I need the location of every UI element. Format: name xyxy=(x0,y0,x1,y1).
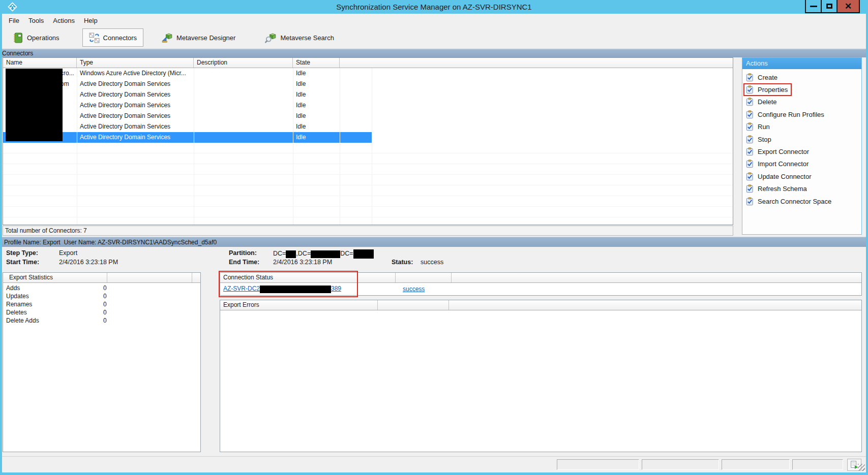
stat-label: Updates xyxy=(3,292,103,300)
connection-status-rest xyxy=(452,273,861,282)
stat-label: Delete Adds xyxy=(3,316,103,325)
connector-description xyxy=(194,89,293,100)
action-item-properties[interactable]: Properties xyxy=(742,83,861,96)
column-header-state[interactable]: State xyxy=(293,58,340,68)
partition-label: Partition: xyxy=(229,249,257,257)
stat-value: 0 xyxy=(103,292,107,300)
maximize-button[interactable] xyxy=(821,0,837,13)
status-label: Status: xyxy=(392,259,413,266)
connection-status-header: Connection Status xyxy=(220,273,861,283)
connector-description xyxy=(194,111,293,121)
status-bar xyxy=(2,456,866,472)
stat-label: Deletes xyxy=(3,308,103,316)
server-link-port[interactable]: 389 xyxy=(331,285,341,292)
connector-type: Active Directory Domain Services xyxy=(77,100,194,111)
connector-type: Active Directory Domain Services xyxy=(77,132,194,143)
export-statistics-title[interactable]: Export Statistics xyxy=(3,273,107,282)
menu-file[interactable]: File xyxy=(4,15,24,27)
menu-actions[interactable]: Actions xyxy=(48,15,79,27)
empty-row xyxy=(3,175,733,185)
column-header-type[interactable]: Type xyxy=(77,58,194,68)
minimize-icon xyxy=(810,6,817,7)
action-item-create[interactable]: Create xyxy=(742,71,861,83)
statistic-row: Deletes 0 xyxy=(3,308,200,316)
connection-result-link[interactable]: success xyxy=(403,286,425,293)
connector-row[interactable]: cro... Windows Azure Active Directory (M… xyxy=(3,68,733,79)
action-item-export-connector[interactable]: Export Connector xyxy=(742,145,861,157)
connector-row[interactable]: Active Directory Domain Services Idle xyxy=(3,100,733,111)
export-errors-title[interactable]: Export Errors xyxy=(220,300,378,310)
action-label: Update Connector xyxy=(758,173,812,180)
action-item-update-connector[interactable]: Update Connector xyxy=(742,170,861,182)
stat-value: 0 xyxy=(103,316,107,325)
connector-state: Idle xyxy=(293,79,340,89)
connection-status-row: AZ-SVR-DC2389 success xyxy=(220,283,861,295)
connector-description xyxy=(194,100,293,111)
connection-server-cell: AZ-SVR-DC2389 xyxy=(220,285,396,293)
window-border-right xyxy=(866,14,868,472)
empty-row xyxy=(3,207,733,217)
toolbar-metaverse-designer-button[interactable]: Metaverse Designer xyxy=(155,28,242,47)
export-statistics-header: Export Statistics xyxy=(3,273,200,283)
statistic-row: Delete Adds 0 xyxy=(3,316,200,325)
close-button[interactable]: ✕ xyxy=(836,0,860,13)
maximize-icon xyxy=(826,4,832,9)
server-link[interactable]: AZ-SVR-DC2 xyxy=(223,285,260,292)
resize-grip[interactable] xyxy=(858,464,865,471)
column-header-empty xyxy=(340,58,733,68)
menu-help[interactable]: Help xyxy=(79,15,102,27)
menu-tools[interactable]: Tools xyxy=(24,15,48,27)
connector-state: Idle xyxy=(293,111,340,121)
column-header-name[interactable]: Name xyxy=(3,58,77,68)
action-item-stop[interactable]: Stop xyxy=(742,133,861,145)
operations-icon xyxy=(13,33,23,43)
connector-row[interactable]: om Active Directory Domain Services Idle xyxy=(3,79,733,89)
step-type-label: Step Type: xyxy=(6,249,38,257)
close-icon: ✕ xyxy=(845,2,852,11)
empty-row xyxy=(3,196,733,207)
toolbar-operations-button[interactable]: Operations xyxy=(6,28,66,47)
action-label: Configure Run Profiles xyxy=(758,111,824,118)
connector-row[interactable]: t Active Directory Domain Services Idle xyxy=(3,111,733,121)
statistic-row: Updates 0 xyxy=(3,292,200,300)
window-title: Synchronization Service Manager on AZ-SV… xyxy=(0,0,868,14)
stat-label: Adds xyxy=(3,284,103,292)
connector-list-header: Name Type Description State xyxy=(3,58,733,68)
empty-row xyxy=(3,143,733,153)
empty-row xyxy=(3,164,733,175)
toolbar-connectors-button[interactable]: Connectors xyxy=(82,28,143,47)
connection-status-title[interactable]: Connection Status xyxy=(220,273,396,282)
stat-value: 0 xyxy=(103,284,107,292)
toolbar-metaverse-designer-label: Metaverse Designer xyxy=(176,34,235,42)
start-time-value: 2/4/2016 3:23:18 PM xyxy=(59,259,118,266)
clipboard-icon xyxy=(745,172,754,181)
partition-seg3: DC= xyxy=(340,250,353,257)
action-label: Create xyxy=(758,74,777,81)
connector-row[interactable]: Active Directory Domain Services Idle xyxy=(3,121,733,132)
action-item-refresh-schema[interactable]: Refresh Schema xyxy=(742,183,861,195)
action-label: Delete xyxy=(758,98,777,106)
profile-bar: Profile Name: Export User Name: AZ-SVR-D… xyxy=(2,237,866,247)
column-header-description[interactable]: Description xyxy=(194,58,293,68)
action-item-import-connector[interactable]: Import Connector xyxy=(742,158,861,170)
empty-row xyxy=(3,217,733,225)
connector-state: Idle xyxy=(293,121,340,132)
export-statistics-value-column xyxy=(107,273,192,282)
connector-description xyxy=(194,121,293,132)
action-item-configure-run-profiles[interactable]: Configure Run Profiles xyxy=(742,108,861,120)
action-label: Run xyxy=(758,123,770,131)
action-item-delete[interactable]: Delete xyxy=(742,96,861,108)
connector-state: Idle xyxy=(293,132,340,143)
toolbar-metaverse-search-button[interactable]: Metaverse Search xyxy=(258,28,341,47)
action-item-search-connector-space[interactable]: Search Connector Space xyxy=(742,195,861,207)
clipboard-icon xyxy=(745,122,754,131)
export-errors-header: Export Errors xyxy=(220,300,861,310)
clipboard-icon xyxy=(745,73,754,82)
redaction-box-server xyxy=(260,286,331,293)
action-item-run[interactable]: Run xyxy=(742,121,861,133)
clipboard-icon xyxy=(745,147,754,156)
export-statistics-rows: Adds 0 Updates 0 Renames 0 Deletes 0 Del… xyxy=(3,283,200,325)
status-segment-2 xyxy=(642,459,719,470)
connector-row[interactable]: Active Directory Domain Services Idle xyxy=(3,89,733,100)
minimize-button[interactable] xyxy=(805,0,822,13)
